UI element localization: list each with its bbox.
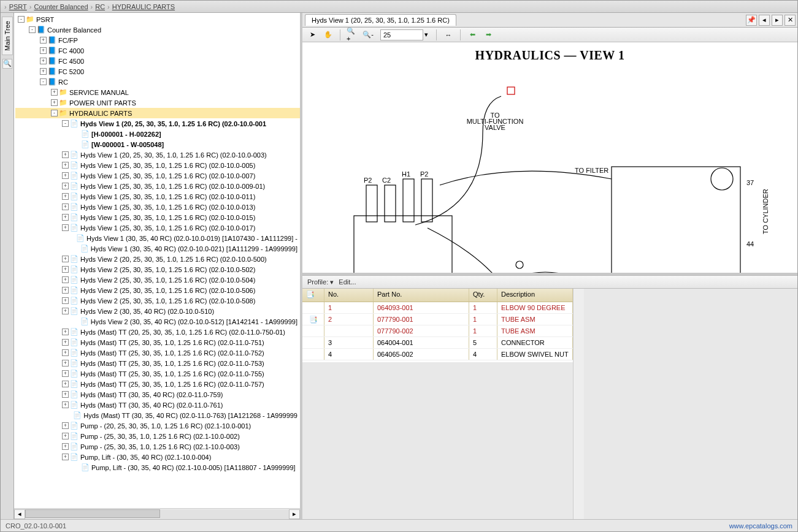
table-row[interactable]: 1064093-0011ELBOW 90 DEGREE (302, 302, 573, 314)
parts-vscroll[interactable] (573, 289, 584, 519)
tree-toggle-icon[interactable]: + (40, 68, 47, 75)
nav-back-icon[interactable]: ⬅ (466, 29, 478, 41)
tree-row[interactable]: -📄Hyds View 1 (20, 25, 30, 35, 1.0, 1.25… (15, 118, 300, 129)
tree-toggle-icon[interactable]: + (40, 58, 47, 64)
tree-row[interactable]: 📄[H-000001 - H-002262] (15, 129, 300, 139)
tree-row[interactable]: +📄Hyds (Mast) TT (25, 30, 35, 1.0, 1.25 … (15, 348, 300, 358)
tree-row[interactable]: -📁HYDRAULIC PARTS (15, 108, 300, 118)
tree-row[interactable]: +📄Hyds View 2 (30, 35, 40 RC) (02.0-10.0… (15, 306, 300, 316)
tree-row[interactable]: +📁POWER UNIT PARTS (15, 97, 300, 108)
fit-width-icon[interactable]: ↔ (442, 29, 455, 41)
tree-toggle-icon[interactable]: - (40, 78, 47, 85)
tree-label[interactable]: Hyds View 2 (25, 30, 35, 1.0, 1.25 1.6 R… (80, 287, 255, 294)
col-desc[interactable]: Description (497, 289, 573, 302)
tree-toggle-icon[interactable]: + (62, 256, 69, 262)
tree-row[interactable]: +📄Hyds View 2 (20, 25, 30, 35, 1.0, 1.25… (15, 254, 300, 264)
tree-label[interactable]: Pump - (25, 30, 35, 1.0, 1.25 1.6 RC) (0… (80, 433, 240, 440)
tab-prev-icon[interactable]: ◂ (759, 15, 770, 26)
breadcrumb-item[interactable]: Counter Balanced (34, 3, 88, 10)
tree-toggle-icon[interactable]: + (62, 401, 69, 408)
tree-label[interactable]: Hyds View 2 (25, 30, 35, 1.0, 1.25 1.6 R… (80, 276, 255, 284)
tree-row[interactable]: +📄Hyds View 1 (25, 30, 35, 1.0, 1.25 1.6… (15, 181, 300, 191)
tree-row[interactable]: +📄Pump - (25, 30, 35, 1.0, 1.25 1.6 RC) … (15, 441, 300, 452)
tree-label[interactable]: Hyds View 1 (25, 30, 35, 1.0, 1.25 1.6 R… (80, 172, 255, 180)
tree-label[interactable]: [W-000001 - W-005048] (91, 141, 164, 148)
breadcrumb-item[interactable]: HYDRAULIC PARTS (112, 3, 175, 10)
diagram-viewer[interactable]: HYDRAULICS — VIEW 1 TO MULTI-FUNCTION VA… (302, 42, 797, 275)
tree-row[interactable]: 📄Hyds View 2 (30, 35, 40 RC) (02.0-10.0-… (15, 316, 300, 327)
diagram-canvas[interactable]: TO MULTI-FUNCTION VALVE P2 C2 H1 P2 (302, 63, 797, 275)
tree-label[interactable]: Pump, Lift - (30, 35, 40 RC) (02.1-10.0-… (80, 454, 211, 461)
tree-row[interactable]: +📄Hyds View 1 (25, 30, 35, 1.0, 1.25 1.6… (15, 160, 300, 170)
tree-label[interactable]: Hyds (Mast) TT (25, 30, 35, 1.0, 1.25 1.… (80, 349, 264, 357)
tree-label[interactable]: [H-000001 - H-002262] (91, 131, 161, 138)
tree-toggle-icon[interactable]: + (62, 370, 69, 377)
tree-label[interactable]: Hyds View 2 (30, 35, 40 RC) (02.0-10.0-5… (91, 318, 297, 325)
tree-label[interactable]: Hyds View 1 (25, 30, 35, 1.0, 1.25 1.6 R… (80, 162, 255, 169)
breadcrumb-item[interactable]: RC (95, 3, 105, 10)
tree-row[interactable]: 📄[W-000001 - W-005048] (15, 139, 300, 150)
tree-toggle-icon[interactable]: - (29, 26, 36, 33)
col-icon[interactable]: 📑 (302, 289, 324, 302)
profile-label[interactable]: Profile: ▾ (307, 278, 334, 286)
tree-row[interactable]: +📘FC 5200 (15, 66, 300, 77)
tree-toggle-icon[interactable]: + (62, 276, 69, 283)
tree-toggle-icon[interactable]: + (62, 308, 69, 314)
tree-label[interactable]: HYDRAULIC PARTS (69, 110, 132, 117)
tree-label[interactable]: Hyds View 1 (25, 30, 35, 1.0, 1.25 1.6 R… (80, 224, 255, 232)
breadcrumb-item[interactable]: PSRT (9, 3, 27, 10)
tree-label[interactable]: Hyds View 1 (30, 35, 40 RC) (02.0-10.0-0… (91, 245, 297, 253)
tree-label[interactable]: Hyds (Mast) TT (25, 30, 35, 1.0, 1.25 1.… (80, 339, 264, 346)
tree-label[interactable]: Hyds (Mast) TT (25, 30, 35, 1.0, 1.25 1.… (80, 381, 264, 388)
zoom-out-icon[interactable]: 🔍- (362, 29, 374, 41)
tree-label[interactable]: Hyds View 1 (20, 25, 30, 35, 1.0, 1.25 1… (80, 120, 266, 127)
tree-label[interactable]: Hyds View 1 (20, 25, 30, 35, 1.0, 1.25 1… (80, 151, 267, 159)
tree-label[interactable]: Pump - (25, 30, 35, 1.0, 1.25 1.6 RC) (0… (80, 443, 240, 450)
zoom-input[interactable] (380, 29, 423, 40)
tree-toggle-icon[interactable]: - (18, 16, 25, 23)
tree-label[interactable]: Hyds (Mast) TT (25, 30, 35, 1.0, 1.25 1.… (80, 370, 264, 378)
tree-row[interactable]: +📄Hyds View 1 (25, 30, 35, 1.0, 1.25 1.6… (15, 222, 300, 233)
tree-toggle-icon[interactable]: + (62, 391, 69, 398)
tree-label[interactable]: Hyds (Mast) TT (30, 35, 40 RC) (02.0-11.… (80, 401, 223, 409)
tree-hscroll[interactable]: ◂ ▸ (14, 508, 300, 519)
tree-label[interactable]: Hyds View 2 (25, 30, 35, 1.0, 1.25 1.6 R… (80, 297, 255, 305)
tree-label[interactable]: Hyds View 1 (25, 30, 35, 1.0, 1.25 1.6 R… (80, 203, 255, 211)
tree-row[interactable]: -📘RC (15, 77, 300, 87)
status-link[interactable]: www.epcatalogs.com (729, 522, 792, 530)
tree-toggle-icon[interactable]: + (62, 297, 69, 304)
tree-toggle-icon[interactable]: + (62, 443, 69, 450)
tree-label[interactable]: Hyds View 1 (30, 35, 40 RC) (02.0-10.0-0… (86, 235, 297, 242)
tree-row[interactable]: +📘FC/FP (15, 35, 300, 45)
tree-label[interactable]: PSRT (36, 16, 54, 23)
tree-row[interactable]: +📄Hyds View 2 (25, 30, 35, 1.0, 1.25 1.6… (15, 275, 300, 285)
tree-toggle-icon[interactable]: + (62, 214, 69, 221)
tree-label[interactable]: POWER UNIT PARTS (69, 99, 136, 107)
col-no[interactable]: No. (324, 289, 374, 302)
tree-toggle-icon[interactable]: + (62, 329, 69, 335)
tree-toggle-icon[interactable]: + (62, 162, 69, 169)
tree-row[interactable]: +📄Pump, Lift - (30, 35, 40 RC) (02.1-10.… (15, 452, 300, 462)
tree-label[interactable]: FC 5200 (58, 68, 84, 75)
tree-view[interactable]: -📁PSRT-📘Counter Balanced+📘FC/FP+📘FC 4000… (14, 13, 300, 508)
document-tab[interactable]: Hyds View 1 (20, 25, 30, 35, 1.0, 1.25 1… (305, 14, 456, 26)
pointer-icon[interactable]: ➤ (306, 29, 318, 41)
tree-toggle-icon[interactable]: + (51, 89, 58, 96)
table-row[interactable]: 3064004-0015CONNECTOR (302, 337, 573, 349)
tree-row[interactable]: +📄Hyds (Mast) TT (30, 35, 40 RC) (02.0-1… (15, 389, 300, 400)
tree-row[interactable]: +📄Hyds (Mast) TT (25, 30, 35, 1.0, 1.25 … (15, 379, 300, 389)
tree-toggle-icon[interactable]: + (40, 47, 47, 54)
tree-label[interactable]: Counter Balanced (47, 26, 101, 34)
tree-toggle-icon[interactable]: + (62, 339, 69, 346)
tree-label[interactable]: Hyds (Mast) TT (30, 35, 40 RC) (02.0-11.… (80, 391, 223, 398)
tree-toggle-icon[interactable]: + (62, 183, 69, 189)
tree-row[interactable]: +📁SERVICE MANUAL (15, 87, 300, 97)
scroll-right-icon[interactable]: ▸ (289, 509, 300, 519)
tree-row[interactable]: +📄Pump - (20, 25, 30, 35, 1.0, 1.25 1.6 … (15, 420, 300, 431)
tree-toggle-icon[interactable]: + (62, 203, 69, 210)
tree-toggle-icon[interactable]: + (62, 422, 69, 429)
tree-row[interactable]: 📄Hyds (Mast) TT (30, 35, 40 RC) (02.0-11… (15, 410, 300, 420)
tree-row[interactable]: +📄Hyds View 1 (25, 30, 35, 1.0, 1.25 1.6… (15, 212, 300, 222)
tree-row[interactable]: +📄Hyds View 1 (20, 25, 30, 35, 1.0, 1.25… (15, 150, 300, 160)
tree-toggle-icon[interactable]: - (51, 110, 58, 116)
